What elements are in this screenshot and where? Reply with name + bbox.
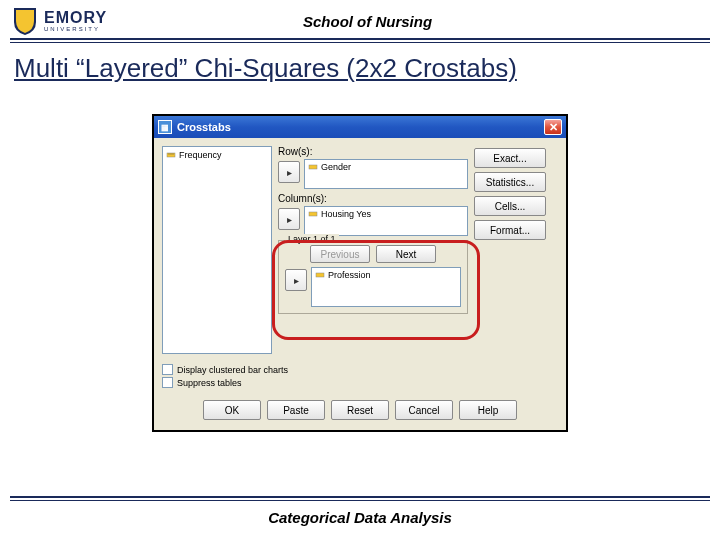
layer-value: Profession — [328, 270, 371, 280]
ruler-icon — [166, 150, 176, 160]
statistics-button[interactable]: Statistics... — [474, 172, 546, 192]
footer-text: Categorical Data Analysis — [0, 507, 720, 526]
titlebar[interactable]: ▦ Crosstabs ✕ — [154, 116, 566, 138]
previous-button[interactable]: Previous — [310, 245, 370, 263]
slide-title: Multi “Layered” Chi-Squares (2x2 Crostab… — [0, 49, 720, 94]
app-icon: ▦ — [158, 120, 172, 134]
ok-button[interactable]: OK — [203, 400, 261, 420]
layer-title: Layer 1 of 1 — [285, 234, 339, 244]
reset-button[interactable]: Reset — [331, 400, 389, 420]
layer-frame: Layer 1 of 1 Previous Next ▸ Profession — [278, 240, 468, 314]
header-dept: School of Nursing — [107, 13, 708, 30]
format-button[interactable]: Format... — [474, 220, 546, 240]
rows-label: Row(s): — [278, 146, 468, 157]
checkbox-label: Suppress tables — [177, 378, 242, 388]
svg-rect-4 — [309, 165, 317, 169]
logo-sub-text: UNIVERSITY — [44, 26, 107, 32]
emory-logo: EMORY UNIVERSITY — [12, 6, 107, 36]
help-button[interactable]: Help — [459, 400, 517, 420]
cols-label: Column(s): — [278, 193, 468, 204]
slide-footer: Categorical Data Analysis — [0, 496, 720, 526]
logo-main-text: EMORY — [44, 10, 107, 26]
divider — [10, 38, 710, 40]
source-variable-list[interactable]: Frequency — [162, 146, 272, 354]
move-to-cols-button[interactable]: ▸ — [278, 208, 300, 230]
dialog-container: ▦ Crosstabs ✕ Frequency Row(s): ▸ — [0, 94, 720, 432]
rows-field[interactable]: Gender — [304, 159, 468, 189]
checkbox-label: Display clustered bar charts — [177, 365, 288, 375]
shield-icon — [12, 6, 38, 36]
move-to-layer-button[interactable]: ▸ — [285, 269, 307, 291]
list-item[interactable]: Frequency — [166, 150, 268, 160]
rows-value: Gender — [321, 162, 351, 172]
divider — [10, 42, 710, 43]
slide-header: EMORY UNIVERSITY School of Nursing — [0, 0, 720, 38]
close-button[interactable]: ✕ — [544, 119, 562, 135]
divider — [10, 500, 710, 501]
ruler-icon — [308, 162, 318, 172]
crosstabs-dialog: ▦ Crosstabs ✕ Frequency Row(s): ▸ — [152, 114, 568, 432]
move-to-rows-button[interactable]: ▸ — [278, 161, 300, 183]
ruler-icon — [315, 270, 325, 280]
next-button[interactable]: Next — [376, 245, 436, 263]
cols-field[interactable]: Housing Yes — [304, 206, 468, 236]
checkbox-icon[interactable] — [162, 364, 173, 375]
paste-button[interactable]: Paste — [267, 400, 325, 420]
cancel-button[interactable]: Cancel — [395, 400, 453, 420]
svg-rect-5 — [309, 212, 317, 216]
source-item-label: Frequency — [179, 150, 222, 160]
dialog-title: Crosstabs — [177, 121, 544, 133]
clustered-bars-checkbox-row[interactable]: Display clustered bar charts — [162, 364, 558, 375]
checkbox-icon[interactable] — [162, 377, 173, 388]
layer-field[interactable]: Profession — [311, 267, 461, 307]
cols-value: Housing Yes — [321, 209, 371, 219]
exact-button[interactable]: Exact... — [474, 148, 546, 168]
suppress-tables-checkbox-row[interactable]: Suppress tables — [162, 377, 558, 388]
divider — [10, 496, 710, 498]
ruler-icon — [308, 209, 318, 219]
cells-button[interactable]: Cells... — [474, 196, 546, 216]
svg-rect-6 — [316, 273, 324, 277]
